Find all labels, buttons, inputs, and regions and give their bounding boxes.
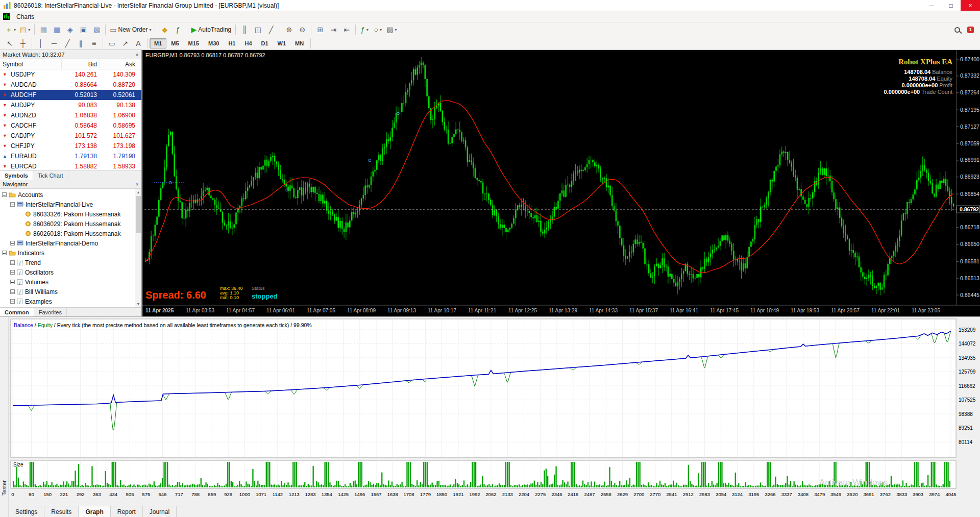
tester-tab-graph[interactable]: Graph [79,506,110,517]
market-watch-button[interactable]: ▦ [37,23,50,36]
tab-common[interactable]: Common [0,308,34,316]
new-chart-button[interactable]: ＋▾ [3,23,18,36]
tree-item-accounts[interactable]: Accounts [0,190,135,200]
horizontal-line-button[interactable]: ─ [47,37,61,50]
crosshair-button[interactable]: ┼ [16,37,30,50]
maximize-button[interactable]: □ [941,0,961,11]
expand-icon[interactable] [10,299,15,304]
chart-line-button[interactable]: ╱ [264,23,278,36]
tree-item-volumes[interactable]: fVolumes [0,277,135,287]
zoom-in-button[interactable]: ⊕ [282,23,296,36]
cursor-button[interactable]: ↖ [3,37,16,50]
tree-item-indicators[interactable]: Indicators [0,248,135,258]
profiles-button[interactable]: ▤▾ [18,23,32,36]
tab-symbols[interactable]: Symbols [0,171,33,180]
tree-item-interstellarfinancial-live[interactable]: InterStellarFinancial-Live [0,200,135,209]
chart-bars-button[interactable]: ║ [238,23,251,36]
expand-icon[interactable] [10,289,15,294]
tree-item-bill-williams[interactable]: fBill Williams [0,287,135,297]
timeframe-m1-button[interactable]: M1 [150,38,166,48]
market-watch-row-CADJPY[interactable]: ▼CADJPY101.572101.627 [0,131,141,141]
price-chart[interactable]: 0.874000.873320.872640.871950.871270.870… [142,50,980,316]
tester-tab-journal[interactable]: Journal [143,506,177,517]
expand-icon[interactable] [10,270,15,275]
timeframe-mn-button[interactable]: MN [290,38,308,48]
navigator-button[interactable]: ◈ [63,23,77,36]
tester-tab-results[interactable]: Results [44,506,79,517]
tree-item-trend[interactable]: fTrend [0,258,135,267]
tester-tab-report[interactable]: Report [111,506,143,517]
expert-advisors-button[interactable]: ƒ [172,23,185,36]
arrows-button[interactable]: ↗ [118,37,132,50]
data-window-button[interactable]: ▥ [50,23,63,36]
tester-side-label[interactable]: Tester [1,480,7,496]
tree-item-86033326-pakorn-hussemanak[interactable]: 86033326: Pakorn Hussemanak [0,209,135,219]
expand-icon[interactable] [10,241,15,245]
search-button[interactable] [950,23,964,36]
tester-y-label: 116662 [959,383,975,389]
market-watch-row-EURCAD[interactable]: ▼EURCAD1.588821.58933 [0,161,141,170]
timeframe-h1-button[interactable]: H1 [224,38,240,48]
market-watch-row-AUDNZD[interactable]: ▼AUDNZD1.068381.06900 [0,110,141,120]
close-button[interactable]: × [961,0,980,11]
tree-item-examples[interactable]: fExamples [0,297,135,306]
alerts-button[interactable]: 1 [964,23,977,36]
tree-item-oscillators[interactable]: fOscillators [0,267,135,277]
market-watch-close-icon[interactable]: × [136,52,139,58]
minimize-button[interactable]: ─ [922,0,941,11]
equidistant-channel-button[interactable]: ∥ [74,37,87,50]
tab-favorites[interactable]: Favorites [34,308,67,316]
column-header-bid[interactable]: Bid [61,59,100,69]
tree-item-interstellarfinancial-demo[interactable]: InterStellarFinancial-Demo [0,238,135,248]
scroll-down-icon[interactable]: ▼ [135,301,141,307]
periods-button[interactable]: ○▾ [371,23,384,36]
scroll-up-icon[interactable]: ▲ [135,189,141,195]
chart-shift-button[interactable]: ⇤ [340,23,353,36]
strategy-tester-button[interactable]: ▧ [90,23,103,36]
tab-tick-chart[interactable]: Tick Chart [33,171,68,180]
market-watch-row-CADCHF[interactable]: ▼CADCHF0.586480.58695 [0,120,141,131]
shapes-button[interactable]: ▭ [105,37,118,50]
market-watch-row-AUDCHF[interactable]: ▼AUDCHF0.520130.52061 [0,90,141,100]
auto-scroll-button[interactable]: ⇥ [327,23,340,36]
scrollbar-thumb[interactable] [136,196,141,233]
market-watch-row-USDJPY[interactable]: ▼USDJPY140.261140.309 [0,69,141,80]
collapse-icon[interactable] [2,192,7,197]
market-watch-row-EURAUD[interactable]: ▲EURAUD1.791381.79198 [0,151,141,161]
timeframe-w1-button[interactable]: W1 [273,38,291,48]
expand-icon[interactable] [10,260,15,265]
expand-icon[interactable] [10,280,15,284]
timeframe-m15-button[interactable]: M15 [184,38,204,48]
navigator-close-icon[interactable]: × [136,181,139,187]
indicators-button[interactable]: ƒ▾ [358,23,371,36]
metaeditor-button[interactable]: ◆ [158,23,172,36]
text-button[interactable]: A [132,37,145,50]
market-watch-row-CHFJPY[interactable]: ▼CHFJPY173.138173.198 [0,141,141,151]
collapse-icon[interactable] [10,202,15,207]
column-header-ask[interactable]: Ask [100,59,138,69]
zoom-out-button[interactable]: ⊖ [296,23,309,36]
tile-windows-button[interactable]: ⊞ [313,23,327,36]
collapse-icon[interactable] [2,251,7,255]
tester-tab-settings[interactable]: Settings [9,506,44,517]
autotrading-button[interactable]: ▶AutoTrading [189,23,234,36]
fibonacci-retracement-button[interactable]: ≡ [87,37,101,50]
terminal-button[interactable]: ▣ [77,23,90,36]
timeframe-h4-button[interactable]: H4 [240,38,256,48]
chart-candles-button[interactable]: ◫ [251,23,264,36]
menu-charts[interactable]: Charts [12,12,43,22]
new-order-button[interactable]: ▭New Order▾ [108,23,153,36]
timeframe-m30-button[interactable]: M30 [204,38,224,48]
market-watch-row-AUDJPY[interactable]: ▼AUDJPY90.08390.138 [0,100,141,110]
column-header-symbol[interactable]: Symbol [0,59,61,69]
vertical-line-button[interactable]: │ [34,37,47,50]
timeframe-d1-button[interactable]: D1 [257,38,273,48]
navigator-scrollbar[interactable]: ▲ ▼ [135,189,141,307]
timeframe-m5-button[interactable]: M5 [166,38,183,48]
tree-item-86036029-pakorn-hussemanak[interactable]: 86036029: Pakorn Hussemanak [0,219,135,229]
tree-item-86026018-pakorn-hussemanak[interactable]: 86026018: Pakorn Hussemanak [0,229,135,238]
tester-graph-svg[interactable]: 1532091440721349351257991166621075259838… [9,317,980,505]
market-watch-row-AUDCAD[interactable]: ▼AUDCAD0.886640.88720 [0,80,141,90]
templates-button[interactable]: ▨▾ [384,23,399,36]
trendline-button[interactable]: ╱ [61,37,74,50]
